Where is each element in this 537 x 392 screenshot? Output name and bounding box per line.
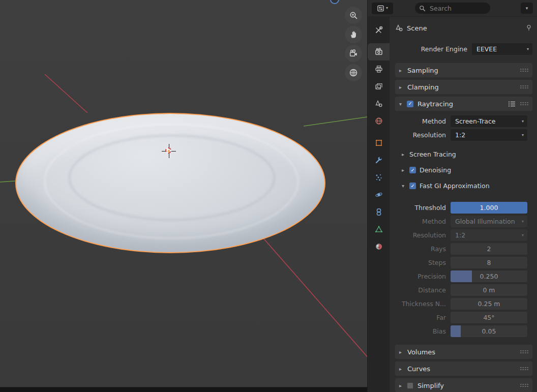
thickness-field[interactable]: 0.25 m <box>451 298 527 310</box>
drag-handle[interactable] <box>520 383 528 387</box>
pin-icon <box>525 24 532 32</box>
far-field[interactable]: 45° <box>451 312 527 323</box>
denoising-title: Denoising <box>420 166 451 174</box>
3d-cursor[interactable] <box>162 144 176 158</box>
chevron-down-icon: ▾ <box>526 6 528 11</box>
raytracing-resolution-dropdown[interactable]: 1:2 ▾ <box>451 129 527 141</box>
properties-editor: ▾ ▾ <box>367 0 537 392</box>
panel-header-clamping[interactable]: ▸ Clamping <box>395 80 532 94</box>
steps-label: Steps <box>395 259 451 266</box>
distance-label: Distance <box>395 286 451 294</box>
precision-slider[interactable]: 0.250 <box>451 270 527 282</box>
tab-tool[interactable] <box>368 21 390 39</box>
editor-divider-strip[interactable] <box>0 387 367 392</box>
property-search[interactable] <box>415 3 490 14</box>
tab-view-layer[interactable] <box>368 78 390 95</box>
steps-row: Steps 8 <box>395 256 527 268</box>
tab-modifiers[interactable] <box>368 152 390 169</box>
subpanel-denoising[interactable]: ▸ ✓ Denoising <box>395 164 527 176</box>
object-icon <box>375 139 383 147</box>
chevron-down-icon: ▾ <box>522 219 524 224</box>
zoom-button[interactable] <box>345 7 362 24</box>
denoising-checkbox[interactable]: ✓ <box>409 167 416 173</box>
fast-gi-title: Fast GI Approximation <box>420 182 490 190</box>
panel-header-simplify[interactable]: ▸ Simplify <box>395 378 532 392</box>
method-label: Method <box>395 117 451 125</box>
rays-label: Rays <box>395 245 451 253</box>
material-icon <box>375 243 383 251</box>
gi-method-dropdown[interactable]: Global Illumination ▾ <box>451 216 527 227</box>
presets-list-icon[interactable] <box>508 101 516 107</box>
search-icon <box>419 5 426 12</box>
thickness-row: Thickness N... 0.25 m <box>395 297 527 310</box>
tab-material[interactable] <box>368 238 390 255</box>
selected-plate-object[interactable] <box>15 113 325 253</box>
editor-type-button[interactable]: ▾ <box>372 3 393 14</box>
render-engine-label: Render Engine <box>395 45 472 53</box>
precision-value: 0.250 <box>480 273 498 280</box>
precision-label: Precision <box>395 273 451 280</box>
chevron-down-icon: ▾ <box>386 6 388 10</box>
render-properties-content: Scene Render Engine EEVEE ▾ <box>390 17 537 392</box>
tab-physics[interactable] <box>368 186 390 203</box>
drag-handle[interactable] <box>520 85 528 89</box>
fast-gi-checkbox[interactable]: ✓ <box>409 183 416 189</box>
camera-view-icon <box>349 49 358 58</box>
resolution-value: 1:2 <box>455 131 465 139</box>
distance-field[interactable]: 0 m <box>451 284 527 296</box>
simplify-checkbox[interactable] <box>407 382 413 389</box>
particles-icon <box>375 173 383 182</box>
threshold-label: Threshold <box>395 204 451 212</box>
camera-view-button[interactable] <box>345 45 362 62</box>
pin-button[interactable] <box>525 24 532 32</box>
raytracing-method-dropdown[interactable]: Screen-Trace ▾ <box>451 115 527 127</box>
drag-handle[interactable] <box>520 367 528 371</box>
render-engine-dropdown[interactable]: EEVEE ▾ <box>472 43 532 55</box>
tab-render[interactable] <box>368 43 390 61</box>
panel-header-curves[interactable]: ▸ Curves <box>395 361 532 376</box>
perspective-toggle-button[interactable] <box>345 64 362 81</box>
panel-header-raytracing[interactable]: ▾ ✓ Raytracing <box>395 97 532 111</box>
properties-header: ▾ ▾ <box>368 0 537 17</box>
drag-handle[interactable] <box>520 350 528 354</box>
panel-header-sampling[interactable]: ▸ Sampling <box>395 63 532 77</box>
pan-button[interactable] <box>345 26 362 43</box>
threshold-slider[interactable]: 1.000 <box>451 202 527 214</box>
bias-slider[interactable]: 0.05 <box>451 325 527 337</box>
steps-field[interactable]: 8 <box>451 257 527 268</box>
subpanel-screen-tracing[interactable]: ▸ Screen Tracing <box>395 148 527 161</box>
tab-object-data[interactable] <box>368 221 390 238</box>
breadcrumb: Scene <box>395 21 532 35</box>
chevron-right-icon: ▸ <box>402 152 409 157</box>
raytracing-checkbox[interactable]: ✓ <box>407 101 413 107</box>
drag-handle[interactable] <box>520 102 528 106</box>
viewport-gizmo-column <box>345 7 362 83</box>
far-value: 45° <box>483 314 494 321</box>
search-input[interactable] <box>429 4 486 13</box>
screen-tracing-title: Screen Tracing <box>409 150 456 158</box>
raytracing-method-row: Method Screen-Trace ▾ <box>395 115 527 127</box>
tab-constraints[interactable] <box>368 203 390 221</box>
object-data-icon <box>375 225 383 233</box>
chevron-right-icon: ▸ <box>399 349 407 355</box>
gi-resolution-dropdown[interactable]: 1:2 ▾ <box>451 229 527 241</box>
3d-viewport[interactable] <box>0 0 367 392</box>
filter-options-button[interactable]: ▾ <box>521 3 533 14</box>
tab-object[interactable] <box>368 134 390 152</box>
tab-scene[interactable] <box>368 95 390 112</box>
precision-row: Precision 0.250 <box>395 270 527 282</box>
drag-handle[interactable] <box>520 68 528 72</box>
rays-field[interactable]: 2 <box>451 243 527 255</box>
tab-particles[interactable] <box>368 169 390 186</box>
chevron-down-icon: ▾ <box>522 119 524 124</box>
tab-output[interactable] <box>368 61 390 78</box>
view-layer-icon <box>375 82 383 91</box>
far-row: Far 45° <box>395 311 527 323</box>
chevron-right-icon: ▸ <box>402 167 409 173</box>
subpanel-fast-gi[interactable]: ▾ ✓ Fast GI Approximation <box>395 179 527 192</box>
tab-world[interactable] <box>368 112 390 130</box>
chevron-down-icon: ▾ <box>522 233 524 237</box>
panel-header-volumes[interactable]: ▸ Volumes <box>395 345 532 359</box>
resolution-label: Resolution <box>395 131 451 139</box>
bias-value: 0.05 <box>482 327 496 335</box>
